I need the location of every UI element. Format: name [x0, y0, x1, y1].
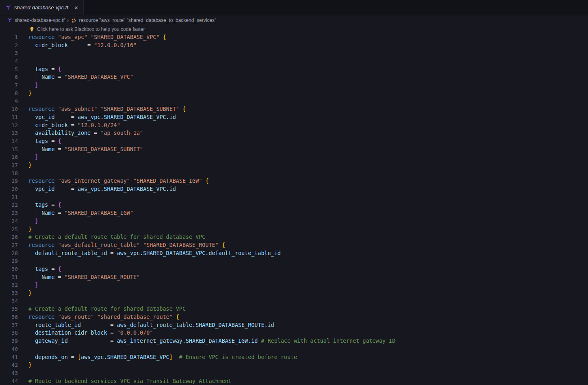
code-line[interactable]: 4 [0, 57, 588, 65]
line-number[interactable]: 36 [0, 313, 18, 321]
line-number[interactable]: 16 [0, 153, 18, 161]
line-number[interactable]: 8 [0, 89, 18, 97]
code-line[interactable]: 29 [0, 257, 588, 265]
code-line[interactable]: 33} [0, 289, 588, 297]
code-line[interactable]: 24 } [0, 217, 588, 225]
code-line[interactable]: 13 availability_zone = "ap-south-1a" [0, 129, 588, 137]
code-line[interactable]: 16 } [0, 153, 588, 161]
code-line[interactable]: 10resource "aws_subnet" "SHARED_DATABASE… [0, 105, 588, 113]
line-number[interactable]: 13 [0, 129, 18, 137]
token-p: = [48, 138, 58, 144]
close-icon[interactable]: × [74, 4, 78, 11]
token-p [173, 354, 179, 360]
line-number[interactable]: 24 [0, 217, 18, 225]
code-line[interactable]: 39 gateway_id = aws_internet_gateway.SHA… [0, 337, 588, 345]
line-number[interactable]: 6 [0, 73, 18, 81]
code-line[interactable]: 32 } [0, 281, 588, 289]
code-line[interactable]: 15 Name = "SHARED_DAYABASE_SUBNET" [0, 145, 588, 154]
token-p [28, 202, 35, 208]
code-line[interactable]: 25} [0, 225, 588, 234]
line-number[interactable]: 37 [0, 321, 18, 329]
line-number[interactable]: 30 [0, 265, 18, 273]
code-line[interactable]: 12 cidr_block = "12.0.1.0/24" [0, 121, 588, 130]
line-number[interactable]: 5 [0, 65, 18, 74]
code-line[interactable]: 42} [0, 361, 588, 369]
code-line[interactable]: 22 tags = { [0, 201, 588, 209]
line-number[interactable]: 7 [0, 81, 18, 89]
code-line[interactable]: 1resource "aws_vpc" "SHARED_DATABASE_VPC… [0, 33, 588, 41]
code-line[interactable]: 17} [0, 161, 588, 169]
line-number[interactable]: 2 [0, 41, 18, 50]
code-line[interactable]: 38 destination_cidr_block = "0.0.0.0/0" [0, 329, 588, 337]
line-number[interactable]: 43 [0, 369, 18, 377]
line-number[interactable]: 33 [0, 289, 18, 297]
code-line[interactable]: 31 Name = "SHARED_DATABASE_ROUTE" [0, 273, 588, 281]
code-line[interactable]: 6 Name = "SHARED_DATABASE_VPC" [0, 73, 588, 81]
code-line[interactable]: 7 } [0, 81, 588, 89]
line-number[interactable]: 17 [0, 161, 18, 169]
line-number[interactable]: 39 [0, 337, 18, 345]
code-line[interactable]: 35# Create a default route for shared da… [0, 305, 588, 313]
blackbox-hint[interactable]: Click here to ask Blackbox to help you c… [0, 25, 588, 33]
code-line[interactable]: 5 tags = { [0, 65, 588, 74]
token-str: "SHARED_DATABASE_IGW" [65, 210, 133, 216]
line-number[interactable]: 18 [0, 169, 18, 177]
code-line[interactable]: 9 [0, 97, 588, 106]
code-text [18, 297, 28, 305]
line-number[interactable]: 23 [0, 209, 18, 217]
line-number[interactable]: 3 [0, 49, 18, 57]
line-number[interactable]: 32 [0, 281, 18, 289]
line-number[interactable]: 14 [0, 137, 18, 145]
line-number[interactable]: 21 [0, 193, 18, 201]
line-number[interactable]: 34 [0, 297, 18, 305]
code-line[interactable]: 8} [0, 89, 588, 97]
line-number[interactable]: 12 [0, 121, 18, 130]
line-number[interactable]: 44 [0, 377, 18, 385]
code-line[interactable]: 18 [0, 169, 588, 177]
line-number[interactable]: 27 [0, 241, 18, 249]
line-number[interactable]: 38 [0, 329, 18, 337]
line-number[interactable]: 1 [0, 33, 18, 41]
line-number[interactable]: 29 [0, 257, 18, 265]
line-number[interactable]: 4 [0, 57, 18, 65]
code-line[interactable]: 21 [0, 193, 588, 201]
code-line[interactable]: 28 default_route_table_id = aws_vpc.SHAR… [0, 249, 588, 257]
code-line[interactable]: 44# Route to backend services VPC via Tr… [0, 377, 588, 385]
code-line[interactable]: 41 depends_on = [aws_vpc.SHARED_DATABASE… [0, 353, 588, 361]
token-p [55, 106, 58, 112]
line-number[interactable]: 31 [0, 273, 18, 281]
code-line[interactable]: 14 tags = { [0, 137, 588, 145]
line-number[interactable]: 22 [0, 201, 18, 209]
breadcrumb-symbol[interactable]: resource "aws_route" "shared_database_to… [79, 17, 216, 23]
code-line[interactable]: 19resource "aws_internet_gateway" "SHARE… [0, 177, 588, 185]
breadcrumb-file[interactable]: shared-database-vpc.tf [15, 17, 65, 23]
line-number[interactable]: 19 [0, 177, 18, 185]
line-number[interactable]: 20 [0, 185, 18, 193]
code-line[interactable]: 3 [0, 49, 588, 57]
line-number[interactable]: 28 [0, 249, 18, 257]
code-line[interactable]: 37 route_table_id = aws_default_route_ta… [0, 321, 588, 329]
code-line[interactable]: 34 [0, 297, 588, 305]
line-number[interactable]: 15 [0, 145, 18, 154]
line-number[interactable]: 25 [0, 225, 18, 234]
code-line[interactable]: 2 cidr_block = "12.0.0.0/16" [0, 41, 588, 50]
code-line[interactable]: 23 Name = "SHARED_DATABASE_IGW" [0, 209, 588, 217]
line-number[interactable]: 11 [0, 113, 18, 121]
code-line[interactable]: 27resource "aws_default_route_table" "SH… [0, 241, 588, 249]
code-line[interactable]: 36resource "aws_route" "shared_database_… [0, 313, 588, 321]
line-number[interactable]: 10 [0, 105, 18, 113]
tab-shared-database-vpc[interactable]: shared-database-vpc.tf × [0, 0, 84, 15]
line-number[interactable]: 42 [0, 361, 18, 369]
line-number[interactable]: 41 [0, 353, 18, 361]
code-line[interactable]: 30 tags = { [0, 265, 588, 273]
line-number[interactable]: 9 [0, 97, 18, 106]
code-line[interactable]: 43 [0, 369, 588, 377]
code-line[interactable]: 40 [0, 345, 588, 353]
code-line[interactable]: 11 vpc_id = aws_vpc.SHARED_DATABASE_VPC.… [0, 113, 588, 121]
line-number[interactable]: 26 [0, 233, 18, 241]
token-prop: route_table_id [35, 322, 81, 328]
line-number[interactable]: 35 [0, 305, 18, 313]
line-number[interactable]: 40 [0, 345, 18, 353]
code-line[interactable]: 20 vpc_id = aws_vpc.SHARED_DATABASE_VPC.… [0, 185, 588, 193]
code-line[interactable]: 26# Create a default route table for sha… [0, 233, 588, 241]
